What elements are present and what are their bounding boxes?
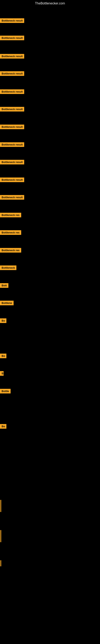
result-badge-9: Bottleneck result	[0, 160, 24, 164]
result-item-1[interactable]: Bottleneck result	[0, 18, 24, 24]
result-item-13[interactable]: Bottleneck res	[0, 230, 21, 236]
result-item-15[interactable]: Bottleneck	[0, 266, 16, 271]
result-item-4[interactable]: Bottleneck result	[0, 71, 24, 77]
result-item-11[interactable]: Bottleneck result	[0, 195, 24, 200]
result-badge-17: Bottlene	[0, 301, 14, 305]
result-badge-8: Bottleneck result	[0, 142, 24, 147]
result-item-6[interactable]: Bottleneck result	[0, 107, 24, 112]
result-item-10[interactable]: Bottleneck result	[0, 178, 24, 183]
result-item-19[interactable]: Bo	[0, 354, 6, 359]
result-badge-12: Bottleneck res	[0, 213, 21, 217]
result-item-14[interactable]: Bottleneck res	[0, 248, 21, 253]
result-badge-11: Bottleneck result	[0, 195, 24, 200]
result-badge-16: Bott	[0, 283, 8, 288]
result-badge-1: Bottleneck result	[0, 18, 24, 23]
result-item-3[interactable]: Bottleneck result	[0, 54, 24, 59]
result-item-16[interactable]: Bott	[0, 283, 8, 288]
result-badge-7: Bottleneck result	[0, 124, 24, 129]
result-item-20[interactable]: B	[0, 371, 3, 376]
vertical-bar-2	[0, 530, 1, 542]
result-item-9[interactable]: Bottleneck result	[0, 160, 24, 165]
result-badge-3: Bottleneck result	[0, 54, 24, 58]
vertical-bar-3	[0, 560, 1, 566]
result-badge-21: Bottle	[0, 389, 11, 394]
result-item-18[interactable]: Bo	[0, 318, 6, 324]
result-item-17[interactable]: Bottlene	[0, 301, 14, 306]
result-badge-6: Bottleneck result	[0, 107, 24, 112]
result-item-5[interactable]: Bottleneck result	[0, 89, 24, 95]
result-badge-15: Bottleneck	[0, 266, 16, 270]
result-item-8[interactable]: Bottleneck result	[0, 142, 24, 148]
result-badge-22: Bo	[0, 424, 6, 429]
result-item-22[interactable]: Bo	[0, 424, 6, 430]
result-badge-19: Bo	[0, 354, 6, 358]
result-badge-4: Bottleneck result	[0, 71, 24, 76]
result-badge-20: B	[0, 371, 3, 376]
result-badge-10: Bottleneck result	[0, 178, 24, 182]
site-title: TheBottlenecker.com	[0, 0, 100, 7]
result-item-2[interactable]: Bottleneck result	[0, 36, 24, 41]
result-badge-14: Bottleneck res	[0, 248, 21, 252]
result-item-21[interactable]: Bottle	[0, 389, 11, 394]
result-badge-5: Bottleneck result	[0, 89, 24, 94]
result-item-12[interactable]: Bottleneck res	[0, 213, 21, 218]
result-badge-18: Bo	[0, 318, 6, 323]
result-item-7[interactable]: Bottleneck result	[0, 124, 24, 130]
result-badge-13: Bottleneck res	[0, 230, 21, 235]
result-badge-2: Bottleneck result	[0, 36, 24, 40]
vertical-bar-1	[0, 500, 1, 512]
